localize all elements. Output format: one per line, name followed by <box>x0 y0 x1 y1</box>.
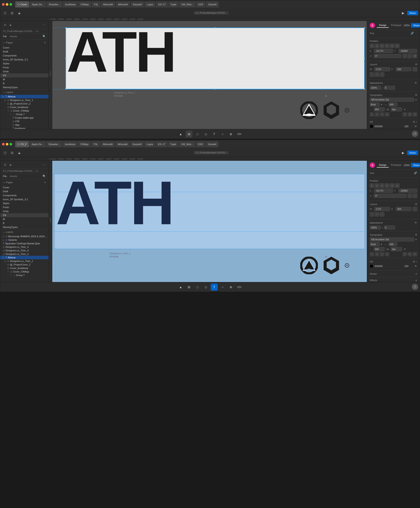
search-btn-bottom[interactable]: 🔍 <box>43 175 46 178</box>
fill-grid-icon-top[interactable]: ⊞ <box>413 120 415 123</box>
text-style2-top[interactable]: T↕ <box>408 112 412 117</box>
align-center-bottom[interactable]: ≡ <box>375 252 379 257</box>
layout-more-icon-top[interactable]: ⊞ <box>415 63 417 66</box>
eye-icon-top[interactable]: 👁 <box>404 108 406 111</box>
align-ml-bottom[interactable]: ⊡ <box>385 184 389 188</box>
weight-input-bottom[interactable]: Bold <box>370 242 380 246</box>
tab-book-top[interactable]: bookkeep <box>63 1 78 7</box>
layer-cw-top[interactable]: ⊡ CW <box>0 119 49 123</box>
tab-straw-bottom[interactable]: Strawber... <box>46 141 62 147</box>
handle-bc-top[interactable] <box>214 88 216 89</box>
layout-btn2-top[interactable]: ≡ <box>375 72 379 77</box>
fill-swatch-bottom[interactable] <box>370 264 373 268</box>
tab-cv-f-top[interactable]: ⬡ Cover <box>15 1 29 7</box>
tool-select-top[interactable]: ▲ <box>177 131 184 138</box>
text-style1-top[interactable]: T <box>403 112 407 117</box>
panel-menu-top[interactable]: ⋯ <box>41 23 46 27</box>
tab-solo-bottom[interactable]: SoloaAI <box>206 141 219 147</box>
figma-menu-bottom[interactable]: ⬡ <box>2 150 8 156</box>
page-fonts-top[interactable]: Fonts <box>0 66 49 69</box>
line-height-top[interactable]: 300 <box>374 107 385 111</box>
align-tl-top[interactable]: ⊡ <box>370 44 374 48</box>
share-btn-top[interactable]: Share <box>411 23 420 28</box>
eye-icon-bottom[interactable]: 👁 <box>404 248 406 250</box>
tool-circle-bottom[interactable]: ○ <box>219 284 226 291</box>
layer-bookkeep-top[interactable]: ⊡ Cover_bookkeep <box>0 105 49 109</box>
tab-cw-top[interactable]: CWApp <box>78 1 91 7</box>
tab-logos-top[interactable]: Logos <box>144 1 156 7</box>
align-left-top[interactable]: ≡ <box>370 112 374 117</box>
page-draft-bottom[interactable]: Draft <box>0 189 49 193</box>
tool-component-bottom[interactable]: ⊛ <box>227 284 234 291</box>
assets-tab-bottom[interactable]: Assets <box>10 175 17 177</box>
letter-spacing-bottom[interactable]: 0px <box>391 247 402 251</box>
link-icon-top[interactable]: 🔗 <box>411 32 414 35</box>
letter-spacing-top[interactable]: 0px <box>391 107 402 111</box>
typo-grid-icon-top[interactable]: ⊞ <box>415 94 417 96</box>
align-tr-bottom[interactable]: ⊡ <box>380 184 384 188</box>
constrain-wh-top[interactable]: ↕ <box>413 67 417 71</box>
constrain-wh-bottom[interactable]: ↕ <box>413 207 417 211</box>
canvas-main-top[interactable]: 1723 × 300 ATH Designers.ru_Tizer_1 ATHE… <box>52 21 367 129</box>
align-justify-top[interactable]: ≡ <box>385 112 389 117</box>
flip-h-btn-bottom[interactable]: ↔ <box>408 194 412 198</box>
tab-es17-bottom[interactable]: ES~17 <box>156 141 167 147</box>
align-right-bottom[interactable]: ≡ <box>380 252 384 257</box>
align-tc-top[interactable]: ⊡ <box>375 44 379 48</box>
flip-v-btn-bottom[interactable]: ↕ <box>413 194 417 198</box>
prototype-tab-bottom[interactable]: Prototype <box>389 163 404 168</box>
font-dropdown-icon-top[interactable]: ▼ <box>415 99 417 101</box>
opacity-input-bottom[interactable]: 100% <box>370 226 381 229</box>
zoom-control-bottom[interactable]: 126% <box>404 164 410 166</box>
layers-icon-top[interactable]: ⊡ <box>3 23 7 27</box>
handle-tc-top[interactable] <box>214 28 216 29</box>
play-btn-top[interactable]: ▶ <box>400 10 406 16</box>
tab-apple-top[interactable]: Apple De... <box>30 1 46 7</box>
fill-grid-icon-bottom[interactable]: ⊞ <box>413 260 415 263</box>
tool-frame-bottom[interactable]: ⊞ <box>186 284 193 291</box>
page-cv-top[interactable]: CV <box>0 74 49 77</box>
layout-btn1-top[interactable]: ↔ <box>370 72 374 77</box>
weight-input-top[interactable]: Bold <box>370 103 380 106</box>
layer-tizer1-bottom[interactable]: ▶ ⊡ Designers.ru_Tizer_1 <box>0 259 49 263</box>
tab-cv-f-bottom[interactable]: ⬡ CV_F <box>15 141 29 147</box>
x-input-bottom[interactable]: -51774 <box>374 189 393 193</box>
search-btn-top[interactable]: 🔍 <box>43 35 46 38</box>
fill-hex-top[interactable]: 000000 <box>375 125 403 128</box>
align-justify-bottom[interactable]: ≡ <box>385 252 389 257</box>
design-tab-bottom[interactable]: Design <box>377 163 389 168</box>
layer-cwapp-top[interactable]: ▼ ⊡ Cover_CWApp <box>0 109 49 112</box>
layer-zdorovye-bottom[interactable]: T Здоровье Свобода Время Дом <box>0 242 49 245</box>
tab-uw-top[interactable]: UW_Mob... <box>179 1 196 7</box>
file-name-top[interactable]: CV_ProductManager-UIUXDe... <box>194 11 229 15</box>
text-style2-bottom[interactable]: T↕ <box>408 252 412 257</box>
opacity-input-top[interactable]: 100% <box>370 86 381 90</box>
fill-visibility-bottom[interactable]: 👁 <box>414 265 417 268</box>
tool-pen-bottom[interactable]: ◇ <box>202 284 209 291</box>
layer-crypto-top[interactable]: T Crypto wallet app <box>0 116 49 119</box>
link-icon-bottom[interactable]: 🔗 <box>414 171 417 174</box>
text-style3-bottom[interactable]: T+ <box>413 252 417 257</box>
layer-cover2-bottom[interactable]: ⊡ @_ProjectCover_2 <box>0 263 49 266</box>
layer-variants-bottom[interactable]: ▶ ⊛ Variants <box>0 238 49 242</box>
page-cover-bottom[interactable]: Cover <box>0 185 49 189</box>
tool-rect-top[interactable]: □ <box>194 131 201 138</box>
tab-straw-top[interactable]: Strawber... <box>46 1 63 7</box>
add-page-btn-bottom[interactable]: + <box>44 181 46 184</box>
page-draft-top[interactable]: Draft <box>0 50 49 54</box>
fill-add-btn-top[interactable]: + <box>416 120 417 123</box>
layers-panel-toggle-bottom[interactable]: ⊡ <box>9 150 15 156</box>
page-cover-top[interactable]: Cover <box>0 46 49 50</box>
page-grids-top[interactable]: Grids <box>0 69 49 74</box>
align-tr-top[interactable]: ⊡ <box>380 44 384 48</box>
font-input-top[interactable]: NB Architekt Std <box>370 98 414 102</box>
prototype-tab-top[interactable]: Prototype <box>389 23 404 28</box>
flip-v-btn-top[interactable]: ↕ <box>408 54 412 58</box>
align-mr-top[interactable]: ⊡ <box>395 44 399 48</box>
tab-athena1-bottom[interactable]: AthenaAI <box>101 141 115 147</box>
page-icons-bottom[interactable]: Icons_SF-Symbols_3.1 <box>0 197 49 201</box>
visibility-btn-bottom[interactable]: 👁 <box>414 221 417 224</box>
layer-tizer1-top[interactable]: ▶ ⊡ Designers.ru_Tizer_1 <box>0 98 49 102</box>
weight-dropdown-bottom[interactable]: ▼ <box>381 243 383 246</box>
more-icon-top[interactable]: ⋯ <box>415 32 417 35</box>
